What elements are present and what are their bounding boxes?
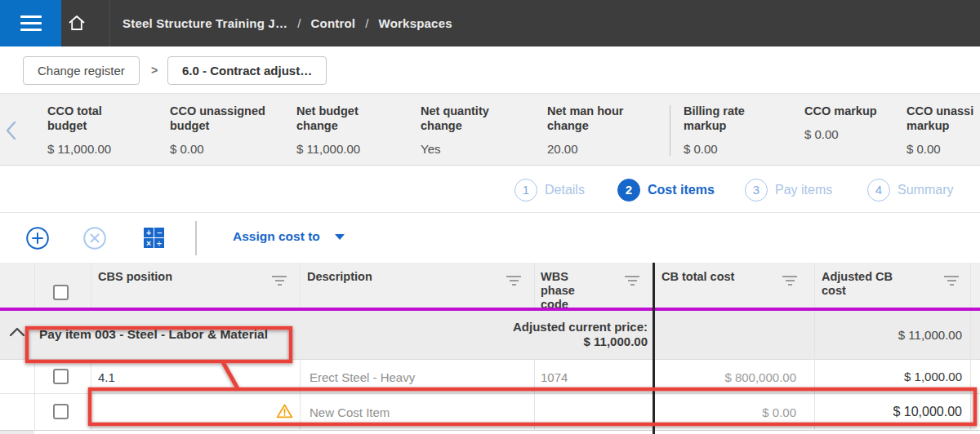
filter-icon[interactable] [944, 276, 959, 288]
table-row: 4.1 Erect Steel - Heavy 1074 $ 800,000.0… [0, 360, 980, 394]
kpi-value: Yes [421, 142, 489, 156]
chevron-down-icon [335, 234, 345, 240]
column-header-cb-total-cost[interactable]: CB total cost [662, 270, 734, 284]
kpi-divider [670, 105, 670, 156]
filter-icon[interactable] [272, 276, 287, 288]
breadcrumb: Steel Structure Training J… / Control / … [122, 0, 452, 46]
row-checkbox[interactable] [53, 369, 69, 384]
kpi-summary-strip: CCO totalbudget $ 11,000.00 CCO unassign… [0, 93, 980, 166]
cell-adjusted-cb-cost[interactable]: $ 10,000.00 [831, 405, 962, 419]
chevron-right-icon: > [145, 56, 163, 85]
kpi-value: 20.00 [547, 142, 623, 156]
cell-cb-total-cost[interactable]: $ 0.00 [674, 405, 796, 419]
add-row-button[interactable] [25, 226, 50, 250]
kpi-net-man-hour-change: Net man hourchange 20.00 [547, 104, 623, 156]
assign-cost-to-dropdown[interactable]: Assign cost to [233, 229, 345, 244]
delete-row-button-disabled[interactable] [82, 226, 107, 250]
step-pay-items[interactable]: 3 Pay items [745, 178, 832, 202]
warning-icon [276, 403, 293, 419]
breadcrumb-workspaces[interactable]: Workspaces [379, 16, 452, 30]
row-checkbox[interactable] [53, 404, 69, 419]
table-row-new-cost-item: New Cost Item $ 0.00 $ 10,000.00 [0, 394, 980, 431]
frozen-column-divider [653, 263, 655, 434]
step-details[interactable]: 1 Details [514, 178, 585, 202]
pay-item-group-row[interactable]: Pay item 003 - Steel - Labor & Material … [0, 311, 980, 360]
select-all-checkbox[interactable] [53, 285, 69, 300]
collapse-group-icon[interactable] [9, 326, 25, 338]
cell-description[interactable]: Erect Steel - Heavy [310, 370, 415, 384]
kpi-value: $ 0.00 [804, 127, 877, 141]
column-header-cbs-position[interactable]: CBS position [98, 270, 172, 284]
grid-header-row: CBS position Description WBS phase code … [0, 263, 980, 308]
kpi-value: $ 0.00 [906, 142, 973, 156]
kpi-net-budget-change: Net budgetchange $ 11,000.00 [296, 104, 360, 156]
group-row-title: Pay item 003 - Steel - Labor & Material [39, 327, 268, 342]
kpi-scroll-left-button[interactable] [2, 118, 21, 143]
kpi-cco-unassigned-markup: CCO unassimarkup $ 0.00 [906, 104, 973, 156]
breadcrumb-separator: / [297, 16, 301, 30]
home-icon[interactable] [67, 13, 87, 33]
filter-icon[interactable] [506, 276, 521, 288]
app-window: Steel Structure Training J… / Control / … [0, 0, 980, 434]
grid-toolbar: +−×÷ Assign cost to [0, 213, 980, 263]
kpi-net-quantity-change: Net quantitychange Yes [421, 104, 489, 156]
kpi-cco-total-budget: CCO totalbudget $ 11,000.00 [47, 104, 111, 156]
kpi-billing-rate-markup: Billing ratemarkup $ 0.00 [684, 104, 745, 156]
column-header-adjusted-cb-cost[interactable]: Adjusted CB cost [822, 270, 893, 298]
cell-wbs-phase-code[interactable]: 1074 [541, 370, 568, 384]
topbar-divider [109, 0, 110, 46]
step-cost-items[interactable]: 2 Cost items [617, 178, 715, 202]
kpi-value: $ 11,000.00 [296, 142, 360, 156]
breadcrumb-control[interactable]: Control [311, 16, 356, 30]
kpi-value: $ 0.00 [170, 142, 265, 156]
mass-update-calculator-icon[interactable]: +−×÷ [144, 228, 164, 248]
top-navigation-bar: Steel Structure Training J… / Control / … [0, 0, 980, 46]
breadcrumb-separator: / [365, 16, 368, 30]
adjusted-current-price: Adjusted current price: $ 11,000.00 [435, 320, 648, 349]
breadcrumb-project[interactable]: Steel Structure Training J… [122, 16, 287, 30]
column-header-description[interactable]: Description [307, 270, 372, 284]
cell-cbs-position[interactable]: 4.1 [98, 370, 115, 384]
group-adjusted-cb-cost: $ 11,000.00 [831, 328, 962, 342]
filter-icon[interactable] [782, 276, 797, 288]
register-breadcrumb-row: Change register > 6.0 - Contract adjust… [0, 46, 980, 93]
filter-icon[interactable] [625, 276, 639, 288]
kpi-value: $ 0.00 [684, 142, 745, 156]
chip-contract-adjustment[interactable]: 6.0 - Contract adjust… [167, 56, 327, 85]
chip-change-register[interactable]: Change register [23, 56, 140, 85]
toolbar-divider [195, 221, 197, 255]
cell-cb-total-cost[interactable]: $ 800,000.00 [674, 370, 796, 384]
kpi-value: $ 11,000.00 [47, 142, 111, 156]
kpi-cco-unassigned-budget: CCO unassignedbudget $ 0.00 [170, 104, 265, 156]
column-header-wbs-phase-code[interactable]: WBS phase code [541, 270, 575, 312]
cell-description[interactable]: New Cost Item [310, 405, 390, 419]
step-summary[interactable]: 4 Summary [867, 178, 953, 202]
hamburger-menu-button[interactable] [0, 0, 61, 46]
cell-adjusted-cb-cost[interactable]: $ 1,000.00 [831, 370, 962, 383]
cost-items-grid: CBS position Description WBS phase code … [0, 263, 980, 434]
wizard-steps: 1 Details 2 Cost items 3 Pay items 4 Sum… [0, 166, 980, 213]
kpi-cco-markup: CCO markup $ 0.00 [804, 104, 877, 141]
hamburger-icon [20, 16, 42, 18]
